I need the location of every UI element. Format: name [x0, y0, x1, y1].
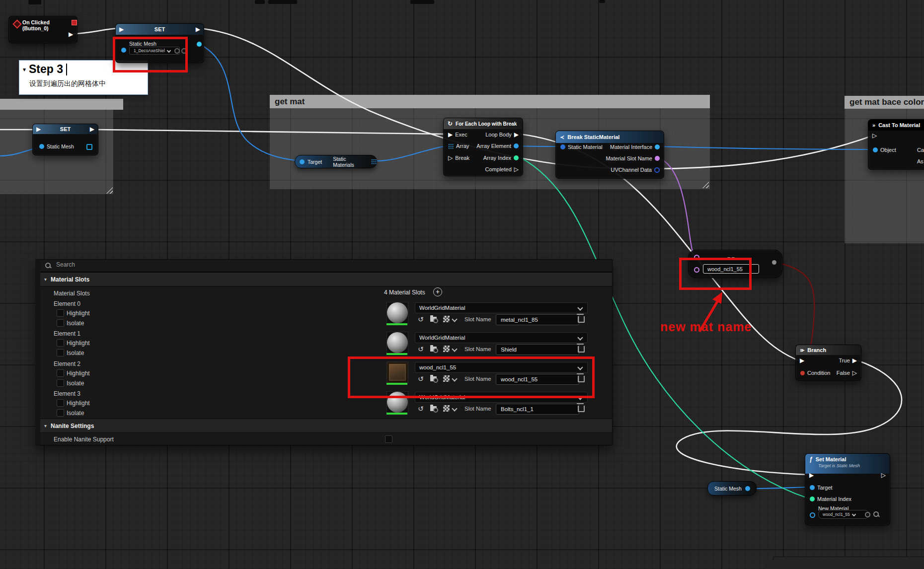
exec-out-pin[interactable]: ▶ — [69, 31, 73, 37]
node-get-static-materials[interactable]: Target Static Materials — [295, 155, 377, 168]
object-in-pin[interactable] — [873, 147, 878, 152]
use-selected-asset-icon[interactable]: ↺ — [418, 405, 424, 412]
target-in-pin[interactable] — [810, 485, 815, 490]
static-mesh-in-pin[interactable] — [39, 144, 44, 149]
exec-out-pin[interactable]: ▷ — [881, 472, 886, 478]
search-bar[interactable]: Search — [40, 260, 612, 272]
array-index-out-pin[interactable] — [514, 155, 519, 160]
toolbar-fragment — [268, 0, 297, 4]
new-material-dropdown[interactable]: wood_ncl1_55 — [818, 510, 869, 519]
static-material-in-pin[interactable] — [560, 144, 565, 149]
slot-name-field[interactable]: Bolts_ncl1_1 — [496, 404, 579, 415]
exec-in-pin[interactable]: ▶ — [448, 132, 453, 138]
chevron-down-icon[interactable] — [452, 316, 457, 322]
material-thumbnail[interactable] — [386, 302, 408, 324]
enable-nanite-checkbox[interactable] — [385, 435, 392, 443]
highlight-checkbox[interactable] — [57, 339, 64, 347]
exec-in-pin[interactable]: ▶ — [800, 357, 804, 363]
highlight-checkbox[interactable] — [57, 399, 64, 407]
cast-icon: » — [872, 122, 875, 128]
break-in-pin[interactable]: ▷ — [448, 155, 453, 161]
target-pin[interactable] — [300, 159, 305, 164]
material-index-in-pin[interactable] — [810, 497, 815, 501]
true-out-pin[interactable]: ▶ — [852, 357, 857, 363]
exec-in-pin[interactable]: ▷ — [872, 133, 877, 139]
array-in-pin[interactable] — [448, 143, 454, 149]
isolate-checkbox[interactable] — [57, 409, 64, 417]
material-index-label: Material Index — [817, 496, 851, 502]
section-material-slots[interactable]: ▾ Material Slots — [40, 272, 612, 286]
chevron-down-icon[interactable] — [452, 346, 457, 352]
array-label: Array — [456, 143, 469, 149]
false-out-pin[interactable]: ▷ — [852, 370, 857, 376]
use-selected-asset-icon[interactable]: ↺ — [418, 346, 424, 353]
static-mesh-pin-label: Static Mesh — [47, 143, 74, 149]
exec-in-pin[interactable]: ▶ — [36, 126, 41, 132]
browse-to-asset-icon[interactable] — [430, 347, 437, 352]
highlight-checkbox[interactable] — [57, 369, 64, 377]
array-element-out-pin[interactable] — [514, 143, 519, 148]
material-options-icon[interactable] — [443, 316, 450, 322]
loop-body-out-pin[interactable]: ▶ — [514, 132, 519, 138]
slot-name-field[interactable]: metal_ncl1_85 — [496, 314, 579, 325]
browse-to-asset-icon[interactable] — [430, 406, 437, 411]
node-set-static-mesh-left[interactable]: SET ▶ ▶ Static Mesh — [32, 124, 98, 155]
node-get-static-mesh[interactable]: Static Mesh — [707, 481, 757, 496]
material-interface-out-pin[interactable] — [655, 144, 660, 149]
static-mesh-out-pin[interactable] — [745, 486, 750, 491]
static-mesh-out-pin[interactable] — [197, 42, 202, 47]
chevron-down-icon[interactable]: ▾ — [23, 66, 26, 73]
asset-use-icon[interactable] — [865, 512, 870, 517]
exec-in-pin[interactable]: ▶ — [809, 472, 814, 478]
isolate-checkbox[interactable] — [57, 349, 64, 356]
chevron-down-icon[interactable] — [452, 406, 457, 411]
delete-slot-icon[interactable] — [578, 316, 585, 323]
static-mesh-out-pin[interactable] — [86, 144, 92, 150]
exec-in-pin[interactable]: ▶ — [119, 26, 124, 32]
material-dropdown[interactable]: WorldGridMaterial — [415, 302, 588, 313]
comment-get-mat-header[interactable]: get mat — [270, 95, 710, 108]
node-on-clicked[interactable]: On Clicked (Button_0) ▶ — [8, 16, 77, 43]
array-element-label: Array Element — [476, 143, 511, 149]
section-nanite-settings[interactable]: ▾ Nanite Settings — [40, 419, 612, 433]
delegate-pin[interactable] — [72, 20, 77, 25]
comment-get-mat-base-header[interactable]: get mat bace color r — [845, 96, 924, 109]
break-static-material-title: Break StaticMaterial — [567, 134, 619, 140]
isolate-checkbox[interactable] — [57, 379, 64, 387]
slot-name-field[interactable]: Shield — [496, 344, 579, 355]
material-options-icon[interactable] — [443, 346, 450, 352]
new-material-in-pin[interactable] — [810, 512, 815, 518]
toolbar-fragment — [28, 0, 41, 4]
condition-in-pin[interactable] — [800, 371, 805, 375]
uvchannel-data-out-pin[interactable] — [654, 167, 660, 173]
exec-out-pin[interactable]: ▶ — [196, 26, 200, 32]
materials-array-out-pin[interactable] — [371, 159, 377, 164]
exec-out-pin[interactable]: ▶ — [90, 126, 94, 132]
material-options-icon[interactable] — [443, 405, 450, 412]
add-material-slot-button[interactable]: + — [433, 287, 442, 296]
node-set-material[interactable]: ƒ Set Material Target is Static Mesh ▶ ▷… — [805, 453, 890, 525]
bool-out-pin[interactable] — [772, 260, 776, 265]
node-cast-to-material[interactable]: » Cast To Material ▷ Object Cast Failed … — [868, 119, 924, 170]
use-selected-asset-icon[interactable]: ↺ — [418, 316, 424, 323]
material-slot-name-out-pin[interactable] — [655, 156, 660, 161]
cast-failed-label: Cast Failed — [917, 147, 924, 153]
completed-out-pin[interactable]: ▷ — [514, 166, 519, 172]
static-mesh-get-label: Static Mesh — [714, 486, 742, 492]
sphere-thumb — [387, 302, 408, 323]
node-break-static-material[interactable]: ≺ Break StaticMaterial Static Material M… — [555, 131, 664, 179]
delete-slot-icon[interactable] — [578, 406, 585, 412]
node-branch[interactable]: ⋔ Branch ▶ ▶ True Condition ▷ False — [795, 345, 861, 381]
comment-left-header[interactable] — [0, 99, 123, 110]
highlight-checkbox[interactable] — [57, 309, 64, 317]
isolate-checkbox[interactable] — [57, 319, 64, 327]
node-for-each-loop-with-break[interactable]: ↻ For Each Loop with Break ▶ Exec Array … — [443, 118, 523, 176]
material-thumbnail[interactable] — [386, 332, 408, 354]
function-icon: ƒ — [809, 456, 813, 463]
search-input[interactable]: Search — [56, 261, 75, 268]
delete-slot-icon[interactable] — [578, 346, 585, 353]
asset-search-icon[interactable] — [873, 511, 879, 517]
browse-to-asset-icon[interactable] — [430, 317, 437, 322]
isolate-label: Isolate — [67, 410, 84, 417]
material-dropdown[interactable]: WorldGridMaterial — [415, 332, 588, 343]
